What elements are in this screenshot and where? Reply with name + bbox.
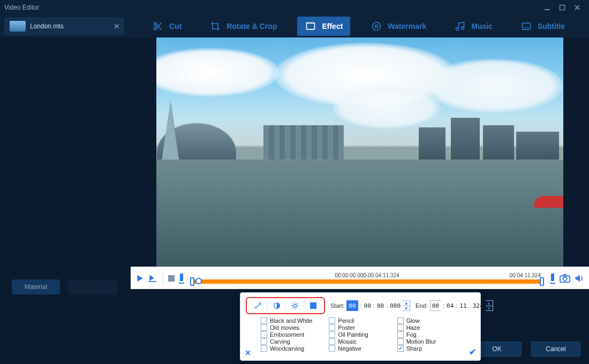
end-label: End:	[416, 302, 428, 309]
start-mm[interactable]: 00	[364, 300, 371, 311]
popover-confirm-icon[interactable]: ✔	[469, 347, 476, 357]
effect-option[interactable]: Poster	[329, 324, 391, 331]
effect-option[interactable]: Woodcarving	[261, 345, 323, 352]
popover-cancel-icon[interactable]: ✕	[245, 348, 251, 357]
file-chip[interactable]: London.mts ✕	[4, 17, 124, 35]
checkbox-icon[interactable]	[397, 331, 404, 338]
mode-brightness-icon[interactable]	[285, 300, 304, 312]
effect-option-label: Mosaic	[338, 338, 357, 345]
volume-button[interactable]	[574, 274, 585, 283]
checkbox-icon[interactable]	[397, 338, 404, 345]
effect-option[interactable]: Haze	[397, 324, 460, 331]
tool-effect-label: Effect	[322, 22, 343, 31]
checkbox-icon[interactable]	[329, 324, 335, 331]
effect-option[interactable]: Pencil	[329, 317, 391, 324]
checkbox-icon[interactable]	[261, 324, 267, 331]
effect-option[interactable]: Sharp	[397, 345, 460, 352]
effect-option-label: Black and White	[270, 317, 312, 324]
effect-option-label: Oil Painting	[338, 331, 368, 338]
tool-music[interactable]: Music	[447, 17, 500, 36]
end-spinner[interactable]: ▲▼	[486, 300, 493, 311]
file-close-icon[interactable]: ✕	[114, 22, 120, 31]
stop-button[interactable]	[168, 275, 175, 282]
tool-cut[interactable]: Cut	[145, 17, 189, 36]
maximize-button[interactable]	[555, 2, 570, 13]
effect-icon	[305, 20, 316, 32]
tool-watermark-label: Watermark	[388, 22, 426, 31]
play-range-button[interactable]	[148, 274, 158, 283]
playhead[interactable]	[195, 278, 202, 284]
effect-option[interactable]: Glow	[397, 317, 460, 324]
effect-option[interactable]: Embossment	[261, 331, 323, 338]
minimize-button[interactable]	[540, 2, 555, 13]
trim-start-handle[interactable]	[190, 277, 194, 286]
snapshot-button[interactable]	[559, 274, 571, 283]
close-window-button[interactable]	[570, 2, 585, 13]
end-ss[interactable]: 11	[459, 300, 466, 311]
effect-option-label: Old movies	[270, 324, 299, 331]
checkbox-icon[interactable]	[329, 338, 335, 345]
effect-mode-group	[246, 297, 325, 314]
end-time-field[interactable]: End: 00 :04 :11 .324 ▲▼	[416, 300, 493, 311]
checkbox-icon[interactable]	[329, 317, 335, 324]
effect-option-label: Carving	[270, 338, 290, 345]
start-time-field[interactable]: Start: 00 :00 :00 .000 ▲▼	[330, 300, 410, 311]
timeline[interactable]: 00:00:00.000 00:00:00.000-00:04:11.324 0…	[188, 267, 546, 289]
stage-outer: WORLD 4K	[131, 37, 589, 267]
scissors-icon	[152, 20, 164, 32]
checkbox-icon[interactable]	[397, 324, 404, 331]
trim-end-handle[interactable]	[540, 277, 544, 286]
effect-option-label: Woodcarving	[270, 345, 304, 352]
start-ss[interactable]: 00	[377, 300, 384, 311]
timeline-track[interactable]	[191, 279, 543, 284]
effect-option[interactable]: Motion Blur	[397, 338, 460, 345]
checkbox-icon[interactable]	[329, 345, 335, 352]
effect-option[interactable]: Black and White	[261, 317, 323, 324]
start-label: Start:	[330, 302, 344, 309]
start-spinner[interactable]: ▲▼	[403, 300, 410, 311]
mark-in-button[interactable]	[178, 273, 185, 284]
mode-wand-icon[interactable]	[249, 300, 267, 312]
start-ms[interactable]: 000	[390, 300, 401, 311]
mark-out-button[interactable]	[549, 273, 556, 284]
preview-watermark-top: WORLD	[178, 59, 218, 66]
sidebar-tab-effect[interactable]: Effect	[69, 279, 117, 294]
mode-color-icon[interactable]	[304, 300, 322, 312]
end-hh[interactable]: 00	[430, 300, 441, 311]
effect-option[interactable]: Negative	[329, 345, 391, 352]
mode-contrast-icon[interactable]	[267, 300, 285, 312]
tool-subtitle-label: Subtitle	[538, 22, 565, 31]
tool-subtitle[interactable]: Subtitle	[513, 17, 572, 36]
cancel-button[interactable]: Cancel	[531, 342, 580, 357]
playbar: 00:00:00.000 00:00:00.000-00:04:11.324 0…	[131, 267, 589, 289]
svg-point-6	[375, 25, 378, 28]
effect-option[interactable]: Mosaic	[329, 338, 391, 345]
checkbox-icon[interactable]	[397, 345, 404, 352]
effect-option[interactable]: Oil Painting	[329, 331, 391, 338]
tool-effect[interactable]: Effect	[297, 17, 350, 36]
sidebar-tab-material-label: Material	[25, 283, 48, 291]
checkbox-icon[interactable]	[261, 331, 267, 338]
tool-rotate-crop[interactable]: Rotate & Crop	[202, 17, 284, 36]
checkbox-icon[interactable]	[397, 317, 404, 324]
tool-watermark[interactable]: Watermark	[363, 17, 434, 36]
titlebar: Video Editor	[0, 0, 589, 15]
checkbox-icon[interactable]	[329, 331, 335, 338]
sidebar-tab-material[interactable]: Material	[12, 279, 60, 294]
play-button[interactable]	[135, 274, 145, 283]
sidebar-tab-effect-label: Effect	[85, 284, 100, 290]
end-ms[interactable]: 324	[473, 300, 484, 311]
svg-point-17	[293, 304, 296, 307]
video-preview[interactable]: WORLD 4K	[156, 37, 563, 267]
checkbox-icon[interactable]	[261, 338, 267, 345]
music-icon	[454, 20, 466, 32]
effect-option[interactable]: Fog	[397, 331, 460, 338]
effect-option[interactable]: Old movies	[261, 324, 323, 331]
start-hh[interactable]: 00	[346, 300, 358, 311]
ok-label: OK	[492, 345, 501, 353]
checkbox-icon[interactable]	[261, 345, 267, 352]
end-mm[interactable]: 04	[447, 300, 454, 311]
effect-option[interactable]: Carving	[261, 338, 323, 345]
checkbox-icon[interactable]	[261, 317, 267, 324]
tool-rotate-label: Rotate & Crop	[226, 22, 277, 31]
